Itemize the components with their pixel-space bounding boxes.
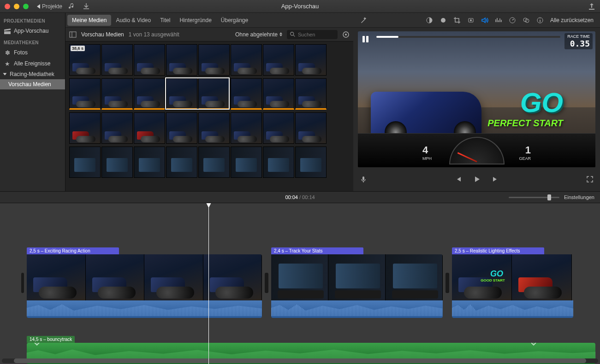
gear-indicator: 1GEAR <box>519 144 531 161</box>
reset-all-button[interactable]: Alle zurücksetzen <box>550 17 594 23</box>
timeline[interactable]: 2,5 s – Exciting Racing Action 2,4 s – T… <box>0 203 600 364</box>
music-settings-icon[interactable] <box>69 3 76 10</box>
window-zoom[interactable] <box>23 4 29 9</box>
media-clip[interactable] <box>101 78 133 110</box>
window-close[interactable] <box>5 4 10 9</box>
play-button[interactable] <box>473 176 481 183</box>
progress-bar <box>376 36 560 38</box>
playhead[interactable] <box>208 203 209 364</box>
tab-hintergruende[interactable]: Hintergründe <box>175 15 216 26</box>
browser-settings-icon[interactable] <box>342 31 350 38</box>
window-minimize[interactable] <box>14 4 19 9</box>
clip-title: 2,5 s – Exciting Racing Action <box>27 247 119 254</box>
media-clip[interactable] <box>69 147 101 178</box>
trim-handle-left[interactable] <box>446 273 449 293</box>
media-clip[interactable] <box>198 147 230 178</box>
media-clip[interactable] <box>166 147 197 178</box>
speed-icon[interactable] <box>509 17 516 24</box>
thumbnail-grid[interactable]: 38,6 s <box>65 41 353 191</box>
search-input[interactable] <box>298 32 335 37</box>
settings-button[interactable]: Einstellungen <box>564 194 594 200</box>
share-icon[interactable] <box>588 3 595 10</box>
stabilize-icon[interactable] <box>467 17 475 24</box>
eq-icon[interactable] <box>495 17 502 24</box>
media-clip[interactable] <box>198 44 230 76</box>
tab-titel[interactable]: Titel <box>155 15 175 26</box>
browser-subtitle: 1 von 13 ausgewählt <box>129 31 179 38</box>
media-clip[interactable] <box>198 112 230 144</box>
media-clip[interactable] <box>166 78 197 110</box>
music-title: 14,5 s – bouncytrack <box>27 336 75 343</box>
svg-point-5 <box>345 34 347 35</box>
sidebar: Projektmedien App-Vorschau Mediatheken ✽… <box>0 13 65 191</box>
media-clip[interactable] <box>295 112 327 144</box>
timeline-scrollbar[interactable] <box>2 358 598 363</box>
layout-toggle-icon[interactable] <box>69 31 77 38</box>
import-icon[interactable] <box>83 3 90 10</box>
sidebar-item-alle-ereignisse[interactable]: ★ Alle Ereignisse <box>0 58 65 69</box>
media-clip[interactable]: 38,6 s <box>69 44 101 76</box>
effects-icon[interactable] <box>523 17 530 24</box>
keyframe[interactable] <box>34 343 39 346</box>
tab-audio-video[interactable]: Audio & Video <box>111 15 155 26</box>
media-clip[interactable] <box>134 147 165 178</box>
mph-indicator: 4MPH <box>422 144 432 161</box>
media-clip[interactable] <box>101 44 133 76</box>
color-wheel-icon[interactable] <box>440 17 447 24</box>
media-clip[interactable] <box>263 44 294 76</box>
fullscreen-icon[interactable] <box>586 176 594 183</box>
media-clip[interactable] <box>69 78 101 110</box>
media-clip[interactable] <box>166 44 197 76</box>
color-balance-icon[interactable] <box>426 17 433 24</box>
info-icon[interactable] <box>536 17 544 24</box>
keyframe[interactable] <box>531 343 536 346</box>
clapper-icon <box>4 27 11 35</box>
video-preview[interactable]: GO PERFECT START 4MPH 1GEAR RACE TIME0.3… <box>358 31 595 167</box>
media-clip[interactable] <box>231 112 262 144</box>
voiceover-icon[interactable] <box>360 176 367 183</box>
media-clip[interactable] <box>295 44 327 76</box>
media-clip[interactable] <box>101 147 133 178</box>
filter-dropdown[interactable]: Ohne abgelehnte <box>235 31 278 38</box>
tab-uebergange[interactable]: Übergänge <box>216 15 253 26</box>
timeline-clip[interactable]: 2,5 s – Realistic Lighting Effects GOGOO… <box>452 247 573 318</box>
media-clip[interactable] <box>231 44 262 76</box>
viewer-toolbar: Alle zurücksetzen <box>353 13 600 28</box>
timeline-clip[interactable]: 2,4 s – Track Your Stats <box>271 247 443 318</box>
svg-point-2 <box>291 32 294 35</box>
clip-audio-waveform <box>452 300 573 318</box>
sidebar-item-vorschau-medien[interactable]: Vorschau Medien <box>0 79 65 89</box>
media-clip[interactable] <box>295 147 327 178</box>
clip-audio-waveform <box>271 300 443 318</box>
crop-icon[interactable] <box>453 17 461 24</box>
next-button[interactable] <box>492 176 499 183</box>
media-clip[interactable] <box>101 112 133 144</box>
svg-line-3 <box>293 35 295 36</box>
media-clip[interactable] <box>134 112 165 144</box>
magic-wand-icon[interactable] <box>360 17 367 24</box>
search-field[interactable] <box>287 30 338 39</box>
volume-icon[interactable] <box>481 17 488 24</box>
tab-meine-medien[interactable]: Meine Medien <box>67 15 111 26</box>
media-clip[interactable] <box>198 78 230 110</box>
media-clip[interactable] <box>134 44 165 76</box>
trim-handle-left[interactable] <box>21 273 24 293</box>
sidebar-item-racing-mediathek[interactable]: Racing-Mediathek <box>0 69 65 79</box>
back-to-projects[interactable]: Projekte <box>37 3 62 10</box>
media-clip[interactable] <box>263 78 294 110</box>
media-clip[interactable] <box>69 112 101 144</box>
sidebar-item-project[interactable]: App-Vorschau <box>0 25 65 36</box>
media-clip[interactable] <box>166 112 197 144</box>
zoom-slider[interactable] <box>509 197 559 198</box>
media-clip[interactable] <box>134 78 165 110</box>
trim-handle-left[interactable] <box>266 273 268 293</box>
media-clip[interactable] <box>263 112 294 144</box>
media-clip[interactable] <box>231 78 262 110</box>
media-clip[interactable] <box>295 78 327 110</box>
sidebar-section-projektmedien: Projektmedien <box>0 15 65 25</box>
sidebar-item-fotos[interactable]: ✽ Fotos <box>0 47 65 58</box>
prev-button[interactable] <box>455 176 462 183</box>
media-clip[interactable] <box>263 147 294 178</box>
timeline-clip[interactable]: 2,5 s – Exciting Racing Action <box>27 247 262 318</box>
media-clip[interactable] <box>231 147 262 178</box>
